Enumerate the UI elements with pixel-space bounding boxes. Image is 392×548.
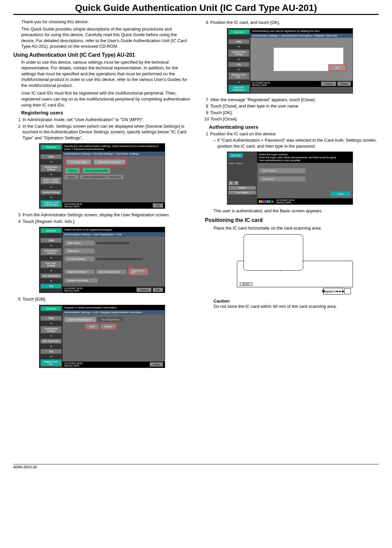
ss-cardpass: Card Authentication + Password: [80, 175, 123, 179]
usb-plug-icon: [344, 288, 351, 294]
ss-jobdetails: Job Details: [229, 191, 256, 194]
caution-heading: Caution: [201, 299, 379, 304]
step-num: 9: [204, 110, 210, 116]
ss-status: Status: [236, 162, 243, 165]
c-icon: C: [267, 200, 270, 203]
step-3: From the Administrator Settings screen, …: [23, 212, 191, 218]
heading-authenticating: Authenticating users: [209, 124, 379, 130]
right-column: 6 Position the IC card, and touch [OK]. …: [201, 19, 379, 371]
ss-cardauth: Card authentication: [65, 317, 95, 322]
ss-date: 01/10/2007 09:56: [276, 199, 351, 201]
ss-instruction: Register or delete authentication inform…: [63, 305, 165, 310]
ss-typea: Type A: [65, 175, 78, 179]
arrow-icon: ▾: [40, 279, 62, 283]
ss-cardreg: Card Auth. Registration: [228, 85, 250, 92]
ss-email-val: [96, 258, 143, 260]
ss-breadcrumb: Administrator Settings > User Registrati…: [63, 232, 165, 237]
intro-thanks: Thank you for choosing this device.: [21, 19, 191, 25]
ss-breadcrumb: Administrator Settings > Authentication …: [251, 34, 353, 38]
step-6: Position the IC card, and touch [OK].: [210, 20, 379, 26]
ss-utility: Utility: [228, 39, 250, 44]
ss-funcperm: Function Permission: [65, 278, 98, 283]
step-10: Touch [Close].: [210, 116, 379, 122]
ss-instruction: Select the logon method. Enter the logon…: [257, 152, 353, 163]
ss-output: Output Permission: [65, 270, 94, 274]
step-8: Touch [Close], and then type in the user…: [210, 103, 379, 109]
ss-instruction: Select the item to be registered/changed…: [63, 227, 165, 232]
ss-email: E-mail Address: [65, 256, 94, 261]
ss-mem: Memory 100%: [64, 365, 148, 367]
ss-instruction: Authenticating card can be registered by…: [251, 29, 353, 34]
step-4: Touch [Register Auth. Info.].: [23, 219, 191, 225]
arrow-icon: ▾: [40, 256, 62, 260]
step-num: 6: [204, 20, 210, 26]
ss-mem: Memory 100%: [64, 290, 135, 292]
heading-positioning: Positioning the IC card: [205, 217, 379, 223]
ss-ok-btn: OK: [153, 203, 163, 208]
ss-utility: Utility: [40, 154, 62, 159]
ss-admin: Administrator Settings: [40, 165, 62, 172]
ss-user-val: [96, 242, 130, 244]
ss-userreg: User Registration: [40, 339, 62, 344]
ss-admin: Administrator Settings: [228, 49, 250, 57]
arrow-icon: ▾: [40, 185, 62, 189]
step-num: 7: [204, 97, 210, 103]
ss-pass: Password: [259, 176, 306, 181]
arrow-icon: ▾: [40, 173, 62, 176]
ss-bookmark: Bookmark: [40, 306, 62, 311]
ss-bookmark: Bookmark: [40, 145, 62, 150]
ss-mem: Memory 100%: [276, 201, 351, 204]
heading-registering: Registering users: [21, 110, 191, 115]
arrow-icon: ▾: [228, 81, 250, 84]
ss-edit: Edit: [228, 62, 250, 67]
y-icon: Y: [259, 200, 262, 203]
arrow-icon: ▾: [40, 160, 62, 164]
ss-edit: Edit: [40, 349, 62, 354]
screenshot-register-auth-info: Bookmark Utility ▾ Administrator Setting…: [39, 305, 165, 368]
ss-date: 01/10/2007 09:55: [64, 362, 148, 365]
positioning-p1: Place the IC card horizontally on the ca…: [201, 225, 379, 231]
ss-ok-btn: OK: [328, 64, 346, 71]
ss-delete-btn: Delete: [100, 324, 116, 329]
ss-joblist: Job List: [229, 153, 243, 158]
step-2: In the Card Auth. Settings screen (which…: [23, 123, 191, 141]
ss-felica: FeliCa: [65, 168, 80, 174]
m-icon: M: [262, 200, 266, 203]
ss-mem: Memory 100%: [252, 84, 320, 86]
ss-bookmark: Bookmark: [40, 228, 62, 233]
ss-userauth: User Auth. Settings: [40, 261, 62, 268]
ss-regauth: Register Auth. Info.: [128, 268, 148, 275]
step-9: Touch [OK].: [210, 110, 379, 116]
arrow-icon: ▾: [228, 58, 250, 61]
footer-code: A09N-9553-00: [13, 464, 379, 469]
arrow-icon: ▾: [40, 345, 62, 348]
arrow-icon: ▾: [40, 269, 62, 272]
ss-maxallow: Max. Allowance Set: [96, 270, 126, 274]
step-num: 10: [204, 116, 210, 122]
ss-edit-btn: Edit: [86, 324, 98, 329]
step-num: 8: [204, 103, 210, 109]
step-num: 1: [17, 117, 23, 123]
ss-login-btn: Login: [331, 191, 351, 196]
ss-instruction: Specify the card authentication settings…: [63, 144, 165, 152]
diagram-ic-card: [244, 234, 303, 271]
step-7: After the message "Registered" appears, …: [210, 97, 379, 103]
screenshot-user-registration: Bookmark Utility ▾ Administrator Setting…: [39, 227, 165, 293]
intro-desc: This Quick Guide provides simple descrip…: [21, 26, 191, 49]
screenshot-login: Job List Name Status ▲▼ Delete Job Detai…: [227, 152, 353, 205]
step-num: 1: [204, 131, 210, 137]
ss-pass: Password: [65, 248, 94, 253]
ss-notreg: Not Registered: [98, 317, 123, 322]
ss-user: User Name: [65, 240, 94, 245]
arrow-icon: ▾: [40, 355, 62, 358]
k-icon: K: [271, 200, 274, 203]
ss-date: 01/10/2007 09:55: [252, 82, 320, 84]
using-p2: User IC card IDs must first be registere…: [13, 90, 191, 108]
step-num: 4: [17, 219, 23, 225]
auth-result: The user is authenticated, and the Basic…: [201, 208, 379, 214]
ss-tab-ic: IC Card Type: [66, 160, 91, 165]
ss-utility: Utility: [40, 238, 62, 243]
ss-edit: Edit: [40, 284, 62, 289]
ss-cardauth: Card Authentication: [82, 168, 111, 174]
page-title: Quick Guide Authentication Unit (IC Card…: [13, 0, 379, 15]
